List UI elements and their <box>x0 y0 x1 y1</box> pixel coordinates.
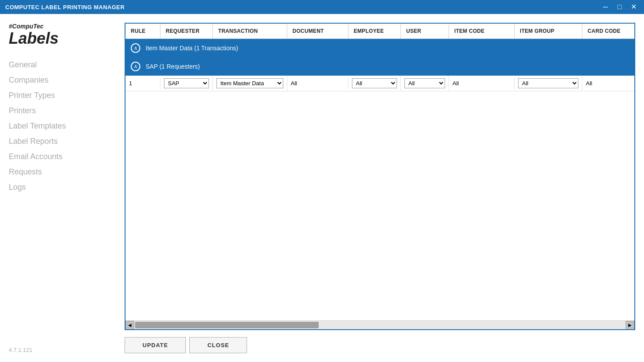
sidebar-nav: General Companies Printer Types Printers… <box>9 60 107 192</box>
grid-body: ∧ Item Master Data (1 Transactions) ∧ SA… <box>125 39 634 320</box>
horizontal-scrollbar[interactable]: ◀ ▶ <box>125 320 634 329</box>
sidebar-item-logs[interactable]: Logs <box>9 183 107 192</box>
cell-user[interactable]: All <box>401 76 449 91</box>
sidebar-item-companies[interactable]: Companies <box>9 76 107 85</box>
close-button[interactable]: CLOSE <box>189 337 247 353</box>
transaction-select[interactable]: Item Master Data <box>216 78 283 88</box>
sidebar: #CompuTec Labels General Companies Print… <box>0 14 116 362</box>
sidebar-item-general[interactable]: General <box>9 60 107 70</box>
sidebar-item-label-reports[interactable]: Label Reports <box>9 137 107 146</box>
cell-employee[interactable]: All <box>348 76 401 91</box>
cell-itemcode: All <box>449 77 515 89</box>
chevron-up-icon: ∧ <box>131 43 140 53</box>
col-header-itemgroup: ITEM GROUP <box>515 24 582 38</box>
col-header-itemcode: ITEM CODE <box>449 24 515 38</box>
version-label: 4.7.1.121 <box>9 347 32 353</box>
minimize-button[interactable]: ─ <box>600 2 611 12</box>
scroll-thumb[interactable] <box>135 322 319 328</box>
brand-name: Labels <box>9 30 107 47</box>
col-header-cardcode: CARD CODE <box>582 24 635 38</box>
scroll-track[interactable] <box>134 321 626 329</box>
app-title: COMPUTEC LABEL PRINTING MANAGER <box>5 4 125 10</box>
chevron-up-icon-2: ∧ <box>131 62 140 71</box>
col-header-document: DOCUMENT <box>287 24 348 38</box>
window-controls: ─ □ ✕ <box>600 2 639 12</box>
cell-requester[interactable]: SAP <box>160 76 213 91</box>
sidebar-item-printer-types[interactable]: Printer Types <box>9 91 107 100</box>
brand-logo: #CompuTec Labels <box>9 23 107 47</box>
employee-select[interactable]: All <box>352 78 397 88</box>
update-button[interactable]: UPDATE <box>125 337 186 353</box>
col-header-user: USER <box>401 24 449 38</box>
rules-grid: RULE REQUESTER TRANSACTION DOCUMENT EMPL… <box>125 23 635 330</box>
col-header-transaction: TRANSACTION <box>213 24 287 38</box>
sidebar-item-label-templates[interactable]: Label Templates <box>9 122 107 131</box>
title-bar: COMPUTEC LABEL PRINTING MANAGER ─ □ ✕ <box>0 0 644 14</box>
cell-rule: 1 <box>125 77 160 89</box>
cell-document: All <box>287 77 348 89</box>
sidebar-item-requests[interactable]: Requests <box>9 167 107 177</box>
maximize-button[interactable]: □ <box>614 2 625 12</box>
cell-itemgroup[interactable]: All <box>515 76 582 91</box>
action-buttons: UPDATE CLOSE <box>125 337 635 353</box>
close-window-button[interactable]: ✕ <box>628 2 639 12</box>
brand-hashtag: #CompuTec <box>9 23 107 30</box>
cell-transaction[interactable]: Item Master Data <box>213 76 287 91</box>
group-item-master[interactable]: ∧ Item Master Data (1 Transactions) <box>125 39 634 57</box>
app-body: #CompuTec Labels General Companies Print… <box>0 14 644 362</box>
group-item-master-label: Item Master Data (1 Transactions) <box>146 45 238 52</box>
subgroup-sap[interactable]: ∧ SAP (1 Requesters) <box>125 57 634 76</box>
cell-cardcode: All <box>582 77 634 89</box>
main-content: RULE REQUESTER TRANSACTION DOCUMENT EMPL… <box>116 14 644 362</box>
user-select[interactable]: All <box>404 78 445 88</box>
col-header-employee: EMPLOYEE <box>348 24 401 38</box>
requester-select[interactable]: SAP <box>164 78 209 88</box>
col-header-rule: RULE <box>125 24 160 38</box>
scroll-right-button[interactable]: ▶ <box>626 321 634 330</box>
grid-header: RULE REQUESTER TRANSACTION DOCUMENT EMPL… <box>125 24 635 39</box>
scroll-left-button[interactable]: ◀ <box>125 321 134 330</box>
table-row: 1 SAP Item Master Data All <box>125 76 634 91</box>
subgroup-sap-label: SAP (1 Requesters) <box>146 63 200 70</box>
sidebar-item-email-accounts[interactable]: Email Accounts <box>9 152 107 161</box>
itemgroup-select[interactable]: All <box>518 78 578 88</box>
sidebar-item-printers[interactable]: Printers <box>9 106 107 115</box>
col-header-requester: REQUESTER <box>160 24 213 38</box>
